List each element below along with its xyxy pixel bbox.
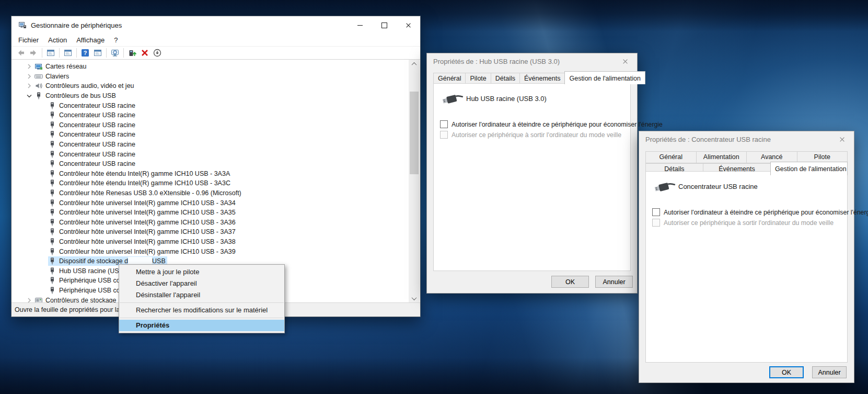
toolbar: ? [11, 47, 420, 60]
tree-item[interactable]: Concentrateur USB racine [11, 110, 409, 120]
tree-item-content: Concentrateur USB racine [48, 140, 137, 149]
tree-item-content: Concentrateur USB racine [48, 120, 137, 130]
cancel-button[interactable]: Annuler [812, 366, 847, 378]
tree-item-label: Contrôleur hôte étendu Intel(R) gamme IC… [59, 170, 230, 177]
chevron-right-icon[interactable] [25, 296, 33, 303]
chevron-right-icon[interactable] [25, 72, 33, 81]
tree-item[interactable]: Contrôleur hôte Renesas USB 3.0 eXtensib… [11, 188, 409, 198]
tree-item[interactable]: Concentrateur USB racine [11, 159, 409, 169]
tree-item[interactable]: Cartes réseau [11, 62, 409, 72]
usb-plug-icon [441, 92, 464, 105]
action-pane-icon[interactable] [91, 47, 104, 59]
update-driver-icon[interactable] [126, 47, 138, 59]
tree-item[interactable]: Concentrateur USB racine [11, 130, 409, 140]
menu-separator [120, 302, 284, 303]
tree-item[interactable]: Contrôleurs audio, vidéo et jeu [11, 81, 409, 91]
tree-item[interactable]: Concentrateur USB racine [11, 149, 409, 159]
uninstall-device-icon[interactable] [138, 47, 151, 59]
tab-gestion-de-lalimentation[interactable]: Gestion de l'alimentation [770, 162, 848, 175]
tree-scrollbar[interactable] [409, 60, 420, 303]
checkbox-label: Autoriser ce périphérique à sortir l'ord… [664, 219, 834, 227]
menu-aide[interactable]: ? [109, 35, 122, 46]
menu-affichage[interactable]: Affichage [72, 35, 109, 46]
properties-window-icon[interactable] [62, 47, 74, 59]
scroll-down-button[interactable] [409, 294, 420, 303]
tree-item-content: Concentrateur USB racine [48, 101, 137, 110]
tab-row: GénéralPiloteDétailsÉvénementsGestion de… [433, 73, 631, 84]
ok-button[interactable]: OK [551, 276, 589, 288]
title-bar[interactable]: Gestionnaire de périphériques [11, 16, 420, 34]
chevron-right-icon[interactable] [25, 82, 33, 90]
dialog-title: Propriétés de : Concentrateur USB racine [645, 136, 771, 143]
close-button[interactable] [614, 53, 637, 70]
tab-détails[interactable]: Détails [491, 73, 520, 84]
tree-item[interactable]: Claviers [11, 72, 409, 82]
tree-item[interactable]: Contrôleur hôte étendu Intel(R) gamme IC… [11, 178, 409, 188]
tree-item-label: Concentrateur USB racine [59, 160, 135, 167]
tab-strip: GénéralPiloteDétailsÉvénementsGestion de… [433, 73, 631, 84]
usb-icon [48, 150, 56, 159]
usb-icon [48, 238, 56, 246]
checkbox-unchecked[interactable] [652, 208, 660, 216]
menu-bar: FichierActionAffichage? [11, 34, 420, 47]
context-menu-item-mettre-à-jour-le-pilote[interactable]: Mettre à jour le pilote [119, 266, 284, 278]
help-icon[interactable]: ? [79, 47, 91, 59]
tab-alimentation[interactable]: Alimentation [696, 151, 747, 163]
device-manager-app-icon [18, 21, 27, 29]
tree-item[interactable]: Contrôleur hôte universel Intel(R) gamme… [11, 237, 409, 247]
checkbox-unchecked[interactable] [440, 120, 448, 128]
scan-monitor-icon[interactable] [109, 47, 121, 59]
tab-pilote[interactable]: Pilote [465, 73, 491, 84]
scroll-up-button[interactable] [409, 60, 420, 69]
menu-action[interactable]: Action [43, 35, 72, 46]
tab-général[interactable]: Général [433, 73, 466, 84]
context-menu-item-rechercher-les-modifications-sur-le-matériel[interactable]: Rechercher les modifications sur le maté… [119, 305, 284, 316]
tree-item[interactable]: Concentrateur USB racine [11, 100, 409, 110]
tree-item[interactable]: Contrôleur hôte universel Intel(R) gamme… [11, 227, 409, 237]
disable-device-icon[interactable] [151, 47, 164, 59]
dialog-title-bar[interactable]: Propriétés de : Concentrateur USB racine [639, 131, 854, 148]
status-text: Ouvre la feuille de propriétés pour la s… [15, 306, 129, 313]
tree-item[interactable]: Concentrateur USB racine [11, 140, 409, 150]
chevron-right-icon[interactable] [25, 62, 33, 71]
power-option-row: Autoriser ce périphérique à sortir l'ord… [652, 219, 847, 227]
forward-icon[interactable] [27, 47, 40, 59]
ok-button[interactable]: OK [769, 366, 804, 378]
maximize-button[interactable] [372, 16, 396, 34]
close-button[interactable] [396, 16, 420, 34]
tab-général[interactable]: Général [645, 151, 697, 163]
tree-item[interactable]: Contrôleur hôte universel Intel(R) gamme… [11, 246, 409, 256]
tab-gestion-de-lalimentation[interactable]: Gestion de l'alimentation [564, 71, 645, 84]
back-icon[interactable] [15, 47, 27, 59]
context-menu-item-propriétés[interactable]: Propriétés [119, 320, 284, 331]
menu-fichier[interactable]: Fichier [14, 35, 43, 46]
minimize-button[interactable] [348, 16, 372, 34]
tree-item[interactable]: Contrôleur hôte universel Intel(R) gamme… [11, 198, 409, 208]
power-options: Autoriser l'ordinateur à éteindre ce pér… [440, 120, 630, 139]
tab-content: Hub USB racine (USB 3.0) Autoriser l'ord… [433, 83, 631, 271]
tree-item[interactable]: Contrôleurs de bus USB [11, 91, 409, 101]
tree-item-content: Contrôleur hôte universel Intel(R) gamme… [48, 218, 237, 227]
chevron-down-icon[interactable] [25, 92, 33, 100]
toolbar-separator [123, 48, 124, 58]
scrollbar-thumb[interactable] [410, 92, 419, 174]
cancel-button[interactable]: Annuler [595, 276, 633, 288]
tree-item-label: Cartes réseau [45, 63, 87, 70]
tree-item[interactable]: Contrôleur hôte étendu Intel(R) gamme IC… [11, 169, 409, 179]
context-menu-item-désinstaller-lappareil[interactable]: Désinstaller l'appareil [119, 289, 284, 301]
context-menu-item-désactiver-lappareil[interactable]: Désactiver l'appareil [119, 278, 284, 289]
dialog-footer: OK Annuler [769, 366, 847, 378]
usb-icon [48, 170, 56, 178]
tree-item[interactable]: Concentrateur USB racine [11, 120, 409, 130]
tree-item-label: Contrôleur hôte universel Intel(R) gamme… [59, 209, 236, 216]
console-tree-icon[interactable] [44, 47, 57, 59]
tree-item[interactable]: Contrôleur hôte universel Intel(R) gamme… [11, 218, 409, 228]
tree-item-label: Concentrateur USB racine [59, 121, 135, 129]
tab-content: Concentrateur USB racine Autoriser l'ord… [645, 171, 848, 363]
tree-item[interactable]: Contrôleur hôte universel Intel(R) gamme… [11, 208, 409, 218]
svg-text:?: ? [84, 50, 87, 56]
tab-événements[interactable]: Événements [519, 73, 565, 84]
tree-item-label: Contrôleurs de bus USB [45, 92, 116, 99]
dialog-title-bar[interactable]: Propriétés de : Hub USB racine (USB 3.0) [427, 53, 637, 70]
close-button[interactable] [830, 131, 854, 148]
